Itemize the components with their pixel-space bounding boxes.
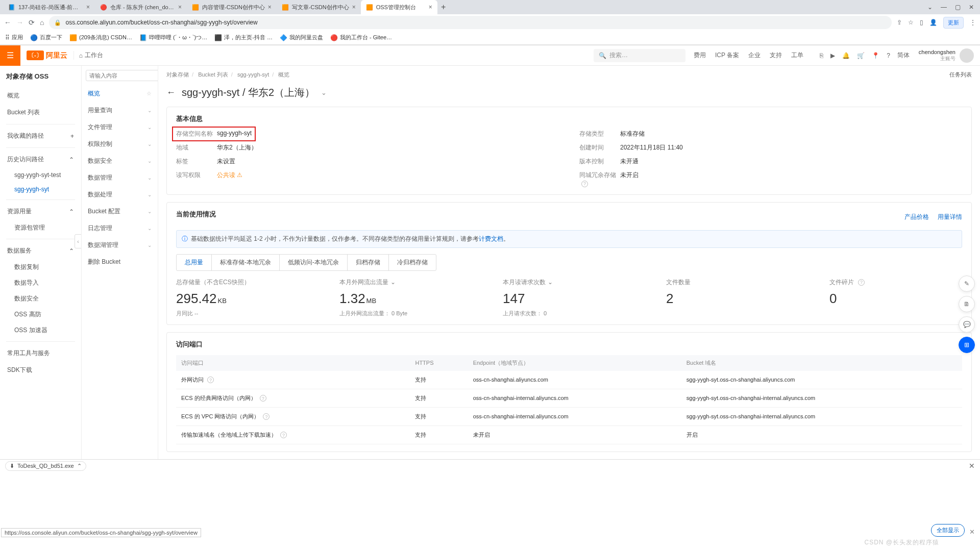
workbench-link[interactable]: ⌂ 工作台 (74, 51, 108, 60)
url-input[interactable]: 🔒 oss.console.aliyun.com/bucket/oss-cn-s… (49, 16, 892, 29)
language-switch[interactable]: 简体 (897, 51, 910, 60)
usage-tab[interactable]: 标准存储-本地冗余 (212, 255, 280, 270)
download-item[interactable]: ⬇ ToDesk_QD_bd51.exe ⌃ (5, 461, 86, 471)
location-icon[interactable]: 📍 (872, 52, 879, 59)
bookmark-item[interactable]: 🔷我的阿里云盘 (280, 34, 323, 41)
reload-icon[interactable]: ⟳ (29, 18, 35, 27)
data-service-item[interactable]: OSS 加速器 (0, 322, 81, 338)
help-icon[interactable]: ? (207, 377, 214, 383)
maximize-icon[interactable]: ▢ (955, 4, 961, 11)
bucket-nav-item[interactable]: 数据湖管理⌄ (82, 237, 158, 254)
close-tab-icon[interactable]: × (178, 4, 182, 11)
crumb[interactable]: sgg-yygh-syt (237, 71, 269, 78)
global-search[interactable]: 🔍 搜索… (594, 49, 685, 62)
close-window-icon[interactable]: ✕ (969, 4, 974, 11)
price-link[interactable]: 产品价格 (904, 213, 929, 220)
bookmark-item[interactable]: ⬛泽，的主页-抖音 … (214, 34, 273, 41)
usage-tab[interactable]: 冷归档存储 (389, 255, 436, 270)
bucket-nav-item[interactable]: 概览☆ (82, 85, 158, 102)
help-icon[interactable]: ? (581, 181, 588, 187)
bucket-search-input[interactable] (86, 70, 158, 81)
new-tab-button[interactable]: + (437, 3, 450, 12)
help-icon[interactable]: ? (280, 432, 287, 438)
close-tab-icon[interactable]: × (352, 4, 356, 11)
sidebar-sdk[interactable]: SDK下载 (0, 362, 81, 379)
bucket-nav-item[interactable]: 数据管理⌄ (82, 169, 158, 186)
sidebar-resource[interactable]: 资源用量⌃ (0, 203, 81, 220)
bookmark-item[interactable]: 🔴我的工作台 - Gitee… (330, 34, 392, 41)
header-link[interactable]: ICP 备案 (715, 51, 739, 60)
sidebar-history[interactable]: 历史访问路径⌃ (0, 151, 81, 168)
chevron-down-icon[interactable]: ⌄ (390, 279, 396, 286)
browser-tab[interactable]: 🟧OSS管理控制台× (361, 0, 437, 14)
close-tab-icon[interactable]: × (86, 4, 90, 11)
hamburger-button[interactable]: ☰ (0, 45, 20, 66)
browser-tab[interactable]: 📘137-尚硅谷-尚医通-前台用户系× (3, 0, 95, 14)
close-tab-icon[interactable]: × (429, 4, 432, 11)
browser-tab[interactable]: 🔴仓库 - 陈东升 (chen_dong-she× (95, 0, 187, 14)
collapse-sidebar-icon[interactable]: ‹ (75, 234, 82, 248)
apps-icon[interactable]: ⊞ (959, 337, 975, 353)
browser-tab[interactable]: 🟧写文章-CSDN创作中心× (277, 0, 361, 14)
usage-tab[interactable]: 低频访问-本地冗余 (280, 255, 348, 270)
cart-icon[interactable]: 🛒 (857, 52, 865, 59)
sidebar-bucket-list[interactable]: Bucket 列表 (0, 104, 81, 121)
bookmark-item[interactable]: 📘哔哩哔哩 (´・ω・`)つ… (139, 34, 207, 41)
bucket-nav-item[interactable]: 数据处理⌄ (82, 186, 158, 203)
bucket-nav-item[interactable]: 权限控制⌄ (82, 136, 158, 153)
screen-icon[interactable]: ▶ (830, 52, 835, 59)
bucket-nav-item[interactable]: 数据安全⌄ (82, 153, 158, 169)
bucket-nav-item[interactable]: 日志管理⌄ (82, 220, 158, 237)
minimize-icon[interactable]: — (941, 4, 947, 11)
help-icon[interactable]: ? (260, 395, 266, 402)
bell-icon[interactable]: 🔔 (842, 52, 850, 59)
header-link[interactable]: 支持 (770, 51, 782, 60)
back-arrow-icon[interactable]: ← (166, 87, 176, 98)
edit-icon[interactable]: ✎ (959, 276, 975, 292)
bookmark-item[interactable]: 🟧(209条消息) CSDN… (69, 34, 132, 41)
brand-logo[interactable]: 〔-〕 阿里云 (20, 51, 74, 60)
usage-tab[interactable]: 归档存储 (348, 255, 389, 270)
crumb[interactable]: 对象存储 (166, 71, 189, 78)
star-icon[interactable]: ☆ (908, 19, 914, 26)
header-link[interactable]: 费用 (694, 51, 706, 60)
usage-tab[interactable]: 总用量 (177, 255, 212, 270)
reader-icon[interactable]: ▯ (920, 19, 923, 26)
detail-link[interactable]: 用量详情 (938, 213, 962, 220)
home-icon[interactable]: ⌂ (40, 18, 44, 27)
resource-item[interactable]: 资源包管理 (0, 220, 81, 236)
cloudshell-icon[interactable]: ⎘ (820, 52, 823, 59)
bucket-nav-item[interactable]: 文件管理⌄ (82, 119, 158, 136)
sidebar-data-service[interactable]: 数据服务⌃ (0, 242, 81, 259)
data-service-item[interactable]: 数据安全 (0, 291, 81, 307)
header-link[interactable]: 企业 (748, 51, 761, 60)
help-icon[interactable]: ? (263, 413, 270, 420)
browser-tab[interactable]: 🟧内容管理-CSDN创作中心× (187, 0, 277, 14)
help-icon[interactable]: ? (858, 279, 865, 286)
task-list-link[interactable]: 任务列表 (949, 71, 972, 79)
chevron-down-icon[interactable]: ⌄ (548, 279, 553, 286)
user-menu[interactable]: chendongshen 主账号 (913, 48, 980, 63)
bucket-nav-item[interactable]: 用量查询⌄ (82, 102, 158, 119)
billing-doc-link[interactable]: 计费文档 (479, 235, 503, 242)
bookmark-item[interactable]: ⠿应用 (5, 34, 23, 41)
sidebar-overview[interactable]: 概览 (0, 87, 81, 104)
bucket-nav-item[interactable]: 删除 Bucket (82, 254, 158, 270)
data-service-item[interactable]: OSS 高防 (0, 307, 81, 322)
menu-icon[interactable]: ⋮ (970, 19, 976, 26)
enable-link[interactable]: 开启 (681, 425, 962, 444)
chevron-down-icon[interactable]: ⌄ (927, 4, 933, 11)
history-item[interactable]: sgg-yygh-syt (0, 182, 81, 196)
data-service-item[interactable]: 数据复制 (0, 259, 81, 275)
sidebar-favorites[interactable]: 我收藏的路径+ (0, 128, 81, 144)
history-item[interactable]: sgg-yygh-syt-test (0, 168, 81, 182)
header-link[interactable]: 工单 (791, 51, 803, 60)
update-button[interactable]: 更新 (943, 17, 964, 29)
close-tab-icon[interactable]: × (268, 4, 272, 11)
region-dropdown-icon[interactable]: ⌄ (321, 89, 327, 96)
crumb[interactable]: Bucket 列表 (198, 71, 228, 78)
close-downloads-icon[interactable]: ✕ (969, 462, 975, 470)
data-service-item[interactable]: 数据导入 (0, 275, 81, 291)
chat-icon[interactable]: 💬 (959, 316, 975, 333)
sidebar-tools[interactable]: 常用工具与服务 (0, 345, 81, 362)
